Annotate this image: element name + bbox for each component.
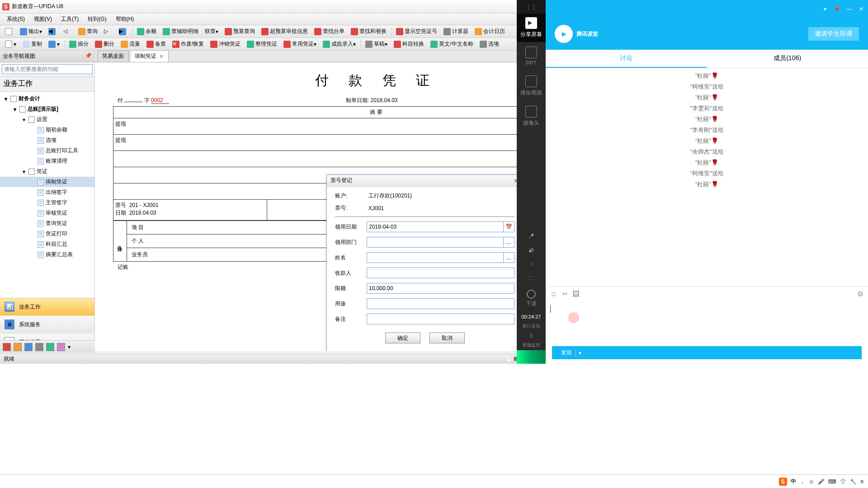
close-icon[interactable]: ✕: [159, 53, 164, 60]
tb-over-budget[interactable]: 超预算审批信息: [259, 27, 311, 36]
ime-punct[interactable]: ，: [800, 478, 805, 485]
tb-options[interactable]: 选项: [477, 39, 502, 49]
menu-tools[interactable]: 工具(T): [57, 14, 83, 24]
ok-button[interactable]: 确定: [385, 333, 420, 343]
tb-check[interactable]: 备查: [144, 39, 169, 49]
tb-save[interactable]: ▾: [46, 40, 62, 49]
chat-input[interactable]: [546, 301, 868, 346]
end-class-button[interactable]: 下课: [517, 285, 546, 312]
tree-item[interactable]: 科目汇总: [0, 239, 94, 249]
share-screen-button[interactable]: 分享屏幕: [517, 14, 546, 42]
tree-item[interactable]: 总账打印工具: [0, 145, 94, 156]
tree-item[interactable]: 审核凭证: [0, 208, 94, 218]
tree-item[interactable]: 账簿清理: [0, 156, 94, 166]
tb-batch[interactable]: 成批录入 ▾: [320, 39, 359, 49]
tb-budget[interactable]: 预算查询: [222, 27, 258, 36]
tb-nav-next[interactable]: ▷: [101, 27, 115, 36]
qb-6[interactable]: [57, 343, 65, 351]
close-icon[interactable]: ✕: [859, 6, 863, 12]
tb-output[interactable]: 输出 ▾: [17, 27, 45, 36]
tb-subject-conv[interactable]: 科目转换: [391, 39, 427, 49]
image-icon[interactable]: 🖼: [572, 290, 580, 298]
qb-more[interactable]: ▾: [68, 344, 71, 350]
tree-item[interactable]: 期初余额: [0, 125, 94, 135]
tb-common[interactable]: 常用凭证 ▾: [281, 39, 319, 49]
ime-emoji[interactable]: ☺: [809, 479, 814, 485]
calendar-icon[interactable]: 📅: [504, 221, 514, 232]
search-input[interactable]: [2, 64, 93, 74]
qb-1[interactable]: [3, 343, 11, 351]
tb-nav-first[interactable]: ◀: [46, 27, 60, 36]
speaker-button[interactable]: 🔊: [517, 243, 546, 257]
sidebar-tab-work[interactable]: 📊 业务工作: [0, 298, 94, 316]
menu-help[interactable]: 帮助(H): [111, 14, 139, 24]
minimize-icon[interactable]: —: [847, 6, 852, 12]
lookup-icon[interactable]: …: [504, 252, 514, 263]
tb-delete-row[interactable]: 删分: [92, 39, 117, 49]
tree-item[interactable]: ▾ 总账[演示版]: [0, 104, 94, 114]
tb-aux-detail[interactable]: 查辅助明细: [160, 27, 201, 36]
ime-keyboard[interactable]: ⌨: [828, 479, 836, 485]
mic-button[interactable]: 🎤: [517, 229, 546, 243]
tb-query[interactable]: 查询: [75, 27, 100, 36]
send-button[interactable]: 发送▾: [552, 346, 862, 359]
invite-button[interactable]: 邀请学生听课: [808, 27, 859, 41]
tree-item[interactable]: 填制凭证: [0, 177, 94, 187]
tree-item[interactable]: 出纳签字: [0, 187, 94, 197]
sougou-icon[interactable]: S: [779, 478, 787, 486]
stream-grip[interactable]: ⋮⋮: [517, 0, 546, 14]
usedate-input[interactable]: [367, 221, 504, 232]
qb-4[interactable]: [35, 343, 43, 351]
remark-input[interactable]: [367, 314, 514, 324]
ime-menu[interactable]: ≡: [860, 479, 863, 485]
tab-members[interactable]: 成员(106): [707, 50, 868, 68]
purpose-input[interactable]: [367, 298, 514, 309]
menu-system[interactable]: 系统(S): [2, 14, 29, 24]
menu-goto[interactable]: 转到(G): [83, 14, 111, 24]
tb-draft[interactable]: 草稿 ▾: [363, 39, 390, 49]
tb-lang[interactable]: 英文/中文名称: [428, 39, 476, 49]
tb-show-empty[interactable]: 显示空凭证号: [393, 27, 440, 36]
ime-tool[interactable]: 🔧: [850, 479, 857, 485]
dropdown-icon[interactable]: ▾: [824, 6, 826, 12]
tab-discuss[interactable]: 讨论: [546, 50, 707, 68]
pin-icon[interactable]: 📌: [85, 52, 92, 60]
tb-insert-row[interactable]: 插分: [66, 39, 91, 49]
tb-balance[interactable]: 余额: [134, 27, 159, 36]
tree-item[interactable]: 查询凭证: [0, 218, 94, 229]
tb-offset[interactable]: 冲销凭证: [208, 39, 243, 49]
make-date[interactable]: 2018.04.03: [370, 97, 397, 103]
tb-copy[interactable]: 复制: [20, 39, 45, 49]
tree-item[interactable]: ▾ 设置: [0, 114, 94, 125]
play-video-button[interactable]: 播放视频: [517, 71, 546, 101]
ime-mic[interactable]: 🎤: [818, 479, 825, 485]
camera-button[interactable]: 摄像头: [517, 101, 546, 131]
tree-item[interactable]: ▾ 财务会计: [0, 94, 94, 104]
tab-desktop[interactable]: 简易桌面: [97, 50, 129, 62]
tb-new[interactable]: [2, 27, 16, 36]
tab-voucher[interactable]: 填制凭证 ✕: [130, 50, 169, 62]
tb-linkquery[interactable]: 联查 ▾: [202, 27, 221, 36]
lookup-icon[interactable]: …: [504, 237, 514, 248]
ime-cn[interactable]: 中: [791, 478, 796, 485]
menu-view[interactable]: 视图(V): [29, 14, 57, 24]
qb-5[interactable]: [46, 343, 54, 351]
fullscreen-button[interactable]: ⛶: [517, 271, 546, 285]
tb-tidy[interactable]: 整理凭证: [244, 39, 280, 49]
ime-skin[interactable]: 👕: [840, 479, 846, 485]
tb-find-replace[interactable]: 查找和替换: [348, 27, 389, 36]
pin-icon[interactable]: 📌: [833, 6, 840, 12]
qb-3[interactable]: [24, 343, 33, 351]
limit-input[interactable]: [367, 283, 514, 294]
voucher-number[interactable]: 0002: [151, 97, 169, 104]
payee-input[interactable]: [367, 267, 514, 278]
emoji-icon[interactable]: ☺: [550, 290, 557, 298]
tree-item[interactable]: 主管签字: [0, 197, 94, 208]
tb-void[interactable]: ✕作废/恢复: [170, 39, 207, 49]
tb-find-split[interactable]: 查找分单: [311, 27, 347, 36]
tb-new2[interactable]: ▾: [2, 40, 19, 49]
chat-messages[interactable]: "杜丽"🌹"柯维安"送给"杜丽"🌹"李雯莉"送给"杜丽"🌹"李有刚"送给"杜丽"…: [546, 68, 868, 286]
sidebar-tab-service[interactable]: 🖥 系统服务: [0, 316, 94, 333]
scissors-icon[interactable]: ✂: [562, 290, 568, 298]
tree-item[interactable]: 摘要汇总表: [0, 249, 94, 260]
